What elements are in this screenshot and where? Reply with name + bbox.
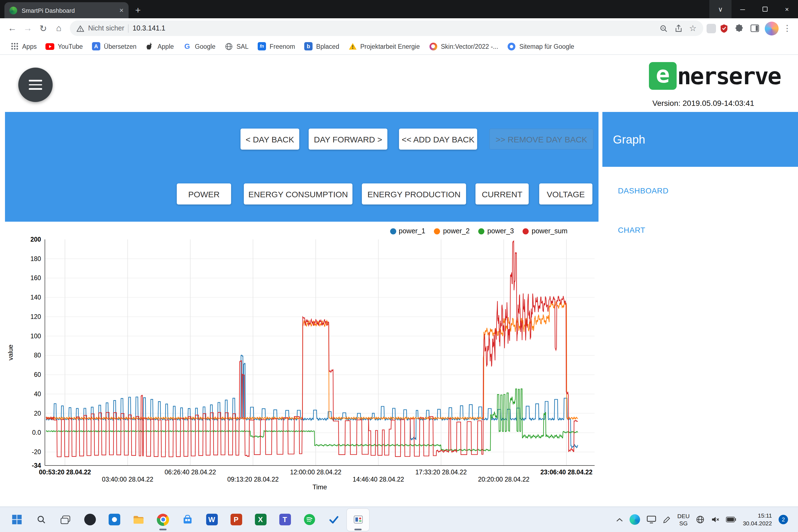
side-panel-icon[interactable] [747, 20, 762, 36]
display-cast-icon[interactable] [647, 515, 657, 524]
tab-search-icon[interactable]: ∨ [709, 0, 732, 18]
bookmark-item-projektarbeit[interactable]: Projektarbeit Energie [344, 40, 424, 52]
microsoft-store-icon[interactable] [176, 509, 198, 531]
sidebar-item-chart[interactable]: CHART [618, 226, 645, 234]
color-ring-icon [429, 42, 438, 51]
media-app-icon[interactable] [103, 509, 125, 531]
apps-grid-icon [10, 42, 19, 51]
svg-text:03:40:00 28.04.22: 03:40:00 28.04.22 [102, 476, 153, 483]
svg-text:100: 100 [31, 332, 41, 340]
bookmark-item-translate[interactable]: A Übersetzen [87, 40, 141, 52]
widgets-app-icon[interactable] [79, 509, 101, 531]
bookmark-item-sitemap[interactable]: Sitemap für Google [502, 40, 578, 52]
svg-text:00:53:20 28.04.22: 00:53:20 28.04.22 [39, 469, 91, 476]
svg-text:value: value [7, 344, 14, 360]
home-icon[interactable]: ⌂ [51, 20, 66, 36]
hidden-icons-chevron[interactable] [616, 517, 623, 522]
todo-check-icon[interactable] [323, 509, 345, 531]
svg-text:120: 120 [31, 313, 41, 320]
disabled-extension-icon[interactable] [706, 23, 716, 33]
bookmark-item-apple[interactable]: Apple [141, 40, 178, 52]
window-close-button[interactable]: × [776, 0, 798, 18]
day-forward-button[interactable]: DAY FORWARD > [309, 129, 387, 150]
browser-tab[interactable]: SmartPi Dashboard × [4, 2, 129, 18]
excel-icon[interactable]: X [249, 509, 271, 531]
back-icon[interactable]: ← [4, 20, 20, 36]
svg-text:Time: Time [312, 483, 327, 491]
legend-item[interactable]: power_3 [478, 227, 514, 235]
clock-time: 15:11 [743, 512, 772, 519]
enerserve-logo: e nerserve [649, 62, 781, 90]
tab-close-icon[interactable]: × [119, 7, 124, 14]
bookmark-item-skin-vector[interactable]: Skin:Vector/2022 -... [424, 40, 502, 52]
version-text: Version: 2019.05.09-14:03:41 [587, 99, 754, 108]
clock-date: 30.04.2022 [743, 519, 772, 527]
word-icon[interactable]: W [201, 509, 223, 531]
network-globe-icon[interactable] [696, 515, 705, 524]
file-explorer-icon[interactable] [128, 509, 150, 531]
blue-dot-icon [507, 42, 516, 51]
bookmark-item-google[interactable]: G Google [178, 40, 220, 52]
taskbar-clock[interactable]: 15:11 30.04.2022 [743, 512, 772, 527]
legend-item[interactable]: power_1 [390, 227, 425, 235]
energy-consumption-button[interactable]: ENERGY CONSUMPTION [244, 184, 353, 205]
toolbar-panel: < DAY BACK DAY FORWARD > << ADD DAY BACK… [5, 112, 598, 222]
bookmark-item-apps[interactable]: Apps [5, 40, 41, 52]
bookmarks-bar: Apps YouTube A Übersetzen Apple G Google [0, 38, 798, 55]
svg-text:09:13:20 28.04.22: 09:13:20 28.04.22 [227, 476, 279, 483]
power-button[interactable]: POWER [177, 184, 231, 205]
extensions-puzzle-icon[interactable] [732, 20, 747, 36]
reload-icon[interactable]: ↻ [36, 20, 51, 36]
svg-text:140: 140 [31, 294, 41, 301]
volume-muted-icon[interactable] [711, 515, 720, 524]
svg-text:-20: -20 [32, 448, 41, 456]
bookmark-item-sal[interactable]: SAL [220, 40, 253, 52]
chart-canvas: 200180160140120100806040200.0-20-3400:53… [5, 222, 598, 499]
svg-text:17:33:20 28.04.22: 17:33:20 28.04.22 [415, 469, 467, 476]
security-label: Nicht sicher [88, 24, 125, 32]
task-view-icon[interactable] [54, 509, 76, 531]
svg-text:200: 200 [31, 236, 41, 243]
language-indicator[interactable]: DEU SG [678, 513, 690, 527]
teams-icon[interactable]: T [274, 509, 296, 531]
bookmark-item-bplaced[interactable]: b Bplaced [300, 40, 344, 52]
screenshot-tool-icon[interactable] [347, 509, 369, 531]
voltage-button[interactable]: VOLTAGE [539, 184, 592, 205]
legend-dot [390, 228, 396, 234]
legend-item[interactable]: power_2 [434, 227, 470, 235]
mcafee-shield-icon[interactable] [716, 20, 732, 36]
bookmark-item-freenom[interactable]: fn Freenom [253, 40, 300, 52]
search-icon[interactable] [30, 509, 52, 531]
new-tab-button[interactable]: + [135, 5, 141, 15]
hamburger-menu-button[interactable] [18, 68, 53, 102]
sidebar-item-dashboard[interactable]: DASHBOARD [618, 186, 669, 195]
energy-production-button[interactable]: ENERGY PRODUCTION [362, 184, 466, 205]
address-bar[interactable]: Nicht sicher 10.3.141.1 ☆ [70, 20, 703, 36]
legend-label: power_1 [399, 227, 425, 235]
forward-icon[interactable]: → [20, 20, 36, 36]
svg-text:80: 80 [34, 352, 41, 359]
spotify-icon[interactable] [298, 509, 320, 531]
bplaced-icon: b [304, 42, 313, 51]
chrome-icon[interactable] [152, 509, 174, 531]
powerpoint-icon[interactable]: P [225, 509, 247, 531]
legend-item[interactable]: power_sum [523, 227, 568, 235]
bookmark-star-icon[interactable]: ☆ [689, 23, 697, 33]
edge-browser-icon[interactable] [630, 514, 640, 525]
window-minimize-button[interactable]: ─ [732, 0, 754, 18]
add-day-back-button[interactable]: << ADD DAY BACK [399, 129, 477, 150]
remove-day-back-button[interactable]: >> REMOVE DAY BACK [489, 129, 593, 150]
zoom-icon[interactable] [659, 24, 667, 33]
browser-menu-icon[interactable]: ⋮ [783, 23, 791, 33]
start-button[interactable] [5, 509, 28, 531]
share-icon[interactable] [674, 24, 682, 33]
pen-icon[interactable] [663, 516, 671, 524]
current-button[interactable]: CURRENT [475, 184, 529, 205]
svg-text:-34: -34 [32, 462, 41, 469]
bookmark-item-youtube[interactable]: YouTube [41, 40, 87, 52]
day-back-button[interactable]: < DAY BACK [241, 129, 299, 150]
notification-badge[interactable]: 2 [779, 515, 788, 524]
battery-icon[interactable] [726, 516, 736, 522]
profile-avatar[interactable] [765, 21, 779, 35]
window-restore-button[interactable] [754, 0, 776, 18]
